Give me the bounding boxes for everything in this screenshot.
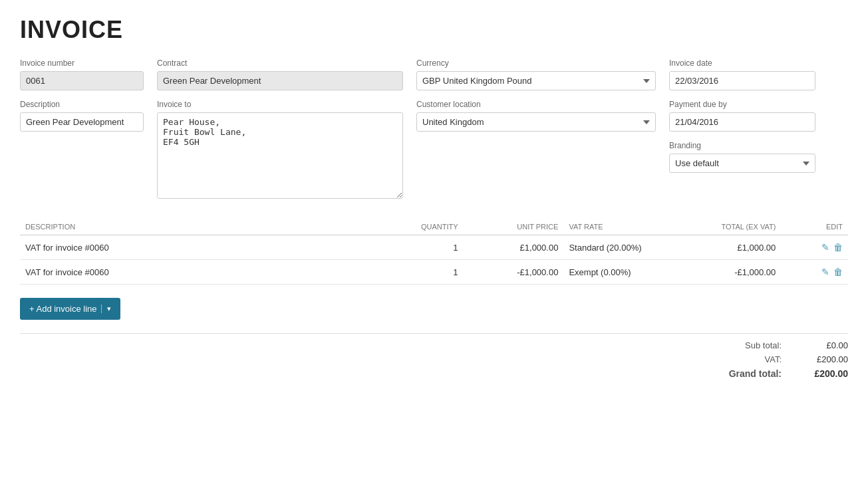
edit-trash-icon[interactable]: 🗑 (833, 267, 843, 277)
col-header-vat-rate: VAT RATE (563, 219, 680, 235)
contract-input (157, 71, 403, 90)
customer-location-label: Customer location (416, 100, 656, 109)
row-edit[interactable]: ✎ 🗑 (781, 235, 848, 260)
table-row: VAT for invoice #0060 1 -£1,000.00 Exemp… (20, 260, 848, 285)
invoice-number-input (20, 71, 144, 90)
invoice-date-label: Invoice date (669, 59, 815, 68)
col-header-unit-price: UNIT PRICE (464, 219, 564, 235)
row-unit-price: -£1,000.00 (464, 260, 564, 285)
row-unit-price: £1,000.00 (464, 235, 564, 260)
customer-location-select[interactable]: United Kingdom United States European Un… (416, 112, 656, 132)
row-quantity: 1 (396, 235, 464, 260)
add-invoice-line-caret: ▾ (101, 304, 111, 313)
edit-pencil-icon[interactable]: ✎ (821, 242, 829, 253)
row-vat-rate: Exempt (0.00%) (563, 260, 680, 285)
invoice-date-field: Invoice date (669, 59, 815, 90)
table-row: VAT for invoice #0060 1 £1,000.00 Standa… (20, 235, 848, 260)
description-label: Description (20, 100, 144, 109)
grand-total-row: Grand total: £200.00 (688, 368, 848, 379)
invoice-to-input[interactable]: Pear House, Fruit Bowl Lane, EF4 5GH (157, 112, 403, 199)
sub-total-value: £0.00 (782, 340, 848, 350)
branding-label: Branding (669, 141, 815, 150)
invoice-number-field: Invoice number (20, 59, 144, 90)
invoice-number-label: Invoice number (20, 59, 144, 68)
col-header-total: TOTAL (EX VAT) (680, 219, 781, 235)
row-edit[interactable]: ✎ 🗑 (781, 260, 848, 285)
row-total: £1,000.00 (680, 235, 781, 260)
invoice-date-input[interactable] (669, 71, 815, 90)
currency-label: Currency (416, 59, 656, 68)
payment-due-label: Payment due by (669, 100, 815, 109)
vat-row: VAT: £200.00 (688, 354, 848, 364)
vat-value: £200.00 (782, 354, 848, 364)
grand-total-label: Grand total: (688, 368, 782, 379)
row-vat-rate: Standard (20.00%) (563, 235, 680, 260)
sub-total-row: Sub total: £0.00 (688, 340, 848, 350)
row-description: VAT for invoice #0060 (20, 260, 396, 285)
payment-due-input[interactable] (669, 112, 815, 132)
currency-select[interactable]: GBP United Kingdom Pound USD United Stat… (416, 71, 656, 90)
row-total: -£1,000.00 (680, 260, 781, 285)
invoice-to-label: Invoice to (157, 100, 403, 109)
col-header-quantity: QUANTITY (396, 219, 464, 235)
invoice-to-field: Invoice to Pear House, Fruit Bowl Lane, … (157, 100, 403, 199)
row-description: VAT for invoice #0060 (20, 235, 396, 260)
col-header-description: DESCRIPTION (20, 219, 396, 235)
vat-label: VAT: (688, 354, 782, 364)
contract-field: Contract (157, 59, 403, 90)
invoice-lines-table: DESCRIPTION QUANTITY UNIT PRICE VAT RATE… (20, 219, 848, 285)
totals-section: Sub total: £0.00 VAT: £200.00 Grand tota… (20, 333, 848, 379)
branding-select[interactable]: Use default Custom (669, 154, 815, 173)
add-invoice-line-button[interactable]: + Add invoice line ▾ (20, 298, 120, 320)
edit-trash-icon[interactable]: 🗑 (833, 242, 843, 253)
description-input[interactable] (20, 112, 144, 132)
branding-field: Branding Use default Custom (669, 141, 815, 173)
sub-total-label: Sub total: (688, 340, 782, 350)
currency-field: Currency GBP United Kingdom Pound USD Un… (416, 59, 656, 90)
grand-total-value: £200.00 (782, 368, 848, 379)
edit-pencil-icon[interactable]: ✎ (821, 267, 829, 277)
add-invoice-line-label: + Add invoice line (29, 304, 97, 314)
contract-label: Contract (157, 59, 403, 68)
row-quantity: 1 (396, 260, 464, 285)
description-field: Description (20, 100, 144, 132)
customer-location-field: Customer location United Kingdom United … (416, 100, 656, 132)
payment-due-field: Payment due by (669, 100, 815, 132)
page-title: INVOICE (20, 16, 848, 44)
col-header-edit: EDIT (781, 219, 848, 235)
